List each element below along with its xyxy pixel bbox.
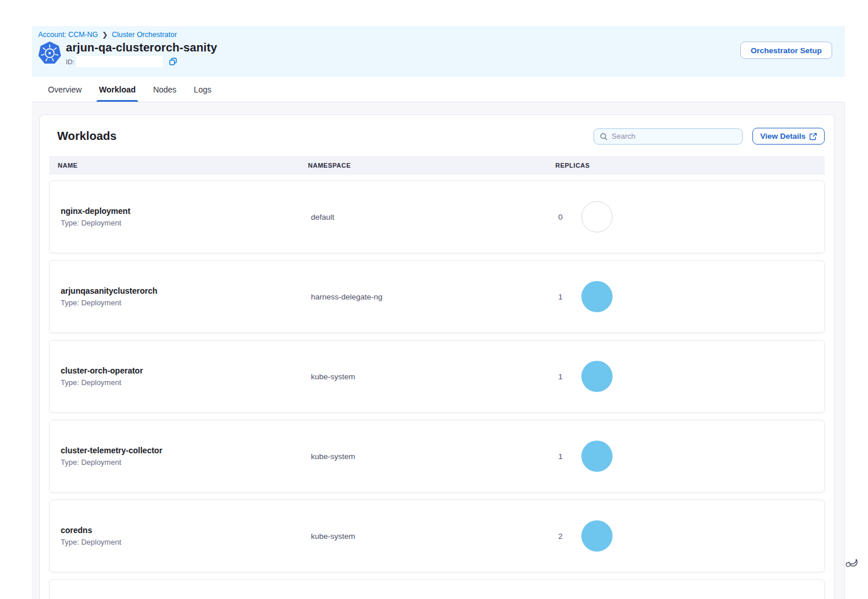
replica-status-circle	[581, 201, 613, 232]
page-container: Account: CCM-NG❯Cluster Orchestrator ar	[32, 26, 845, 599]
table-header: Name Namespace Replicas	[49, 156, 825, 175]
cluster-id-label: ID:	[66, 58, 75, 65]
workload-type: Type: Deployment	[61, 298, 311, 307]
tab-workload[interactable]: Workload	[99, 77, 136, 102]
workload-name: arjunqasanityclusterorch	[61, 286, 311, 295]
column-header-replicas: Replicas	[555, 162, 825, 169]
external-link-icon	[809, 132, 817, 140]
replica-count: 1	[558, 293, 565, 301]
kubernetes-icon	[38, 42, 61, 65]
replica-count: 1	[558, 372, 565, 381]
search-input[interactable]	[611, 132, 736, 140]
replica-status-circle	[581, 520, 613, 552]
workload-name: coredns	[61, 526, 311, 535]
tab-bar: Overview Workload Nodes Logs	[32, 77, 845, 102]
view-details-label: View Details	[760, 132, 806, 140]
replica-status-circle	[581, 441, 613, 472]
workload-type: Type: Deployment	[61, 458, 311, 467]
replica-count: 2	[558, 532, 565, 541]
orchestrator-setup-button[interactable]: Orchestrator Setup	[740, 42, 832, 59]
workload-name: cluster-telemetry-collector	[61, 446, 311, 455]
copy-icon[interactable]	[169, 57, 177, 66]
replica-count: 1	[558, 452, 565, 461]
table-row-nginx-deployment[interactable]: nginx-deployment Type: Deployment defaul…	[49, 180, 825, 253]
breadcrumb-section-link[interactable]: Cluster Orchestrator	[112, 31, 177, 39]
chevron-right-icon: ❯	[102, 31, 108, 39]
tab-nodes[interactable]: Nodes	[153, 77, 176, 102]
cluster-id-value	[76, 56, 163, 67]
cluster-header: Account: CCM-NG❯Cluster Orchestrator ar	[32, 26, 845, 77]
workload-namespace: kube-system	[311, 532, 558, 541]
tab-overview[interactable]: Overview	[48, 77, 81, 102]
workload-type: Type: Deployment	[61, 219, 311, 227]
page-title: arjun-qa-clusterorch-sanity	[66, 41, 217, 54]
content-area: Workloads View Details	[32, 102, 845, 599]
workload-namespace: harness-delegate-ng	[311, 293, 558, 301]
chat-icon[interactable]	[843, 553, 859, 570]
workload-name: nginx-deployment	[61, 206, 311, 216]
column-header-name: Name	[58, 162, 308, 169]
workload-rows: nginx-deployment Type: Deployment defaul…	[49, 180, 825, 599]
table-row-coredns[interactable]: coredns Type: Deployment kube-system 2	[49, 500, 825, 572]
column-header-namespace: Namespace	[308, 162, 555, 169]
table-row-partial[interactable]	[49, 579, 825, 599]
workload-namespace: kube-system	[311, 372, 558, 381]
tab-logs[interactable]: Logs	[194, 77, 211, 102]
workload-namespace: default	[311, 213, 558, 221]
breadcrumb-account-link[interactable]: Account: CCM-NG	[38, 31, 98, 39]
workload-name: cluster-orch-operator	[61, 366, 311, 375]
table-row-cluster-telemetry-collector[interactable]: cluster-telemetry-collector Type: Deploy…	[49, 420, 825, 493]
replica-count: 0	[558, 213, 565, 221]
workloads-title: Workloads	[57, 130, 117, 143]
workload-namespace: kube-system	[311, 452, 558, 461]
search-icon	[600, 132, 607, 140]
table-row-arjunqasanityclusterorch[interactable]: arjunqasanityclusterorch Type: Deploymen…	[49, 260, 825, 333]
breadcrumb: Account: CCM-NG❯Cluster Orchestrator	[38, 31, 838, 39]
workloads-card: Workloads View Details	[39, 114, 834, 599]
view-details-button[interactable]: View Details	[752, 128, 825, 145]
replica-status-circle	[581, 361, 613, 392]
workload-type: Type: Deployment	[61, 538, 311, 546]
workload-type: Type: Deployment	[61, 378, 311, 387]
replica-status-circle	[581, 281, 613, 312]
search-box[interactable]	[593, 128, 743, 145]
table-row-cluster-orch-operator[interactable]: cluster-orch-operator Type: Deployment k…	[49, 340, 825, 413]
